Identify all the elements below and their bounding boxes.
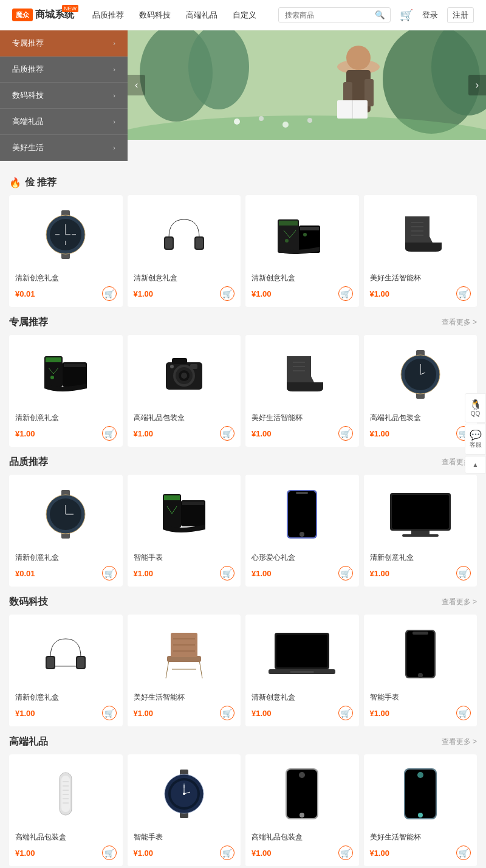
logo-badge: NEW <box>62 5 78 12</box>
svg-point-9 <box>307 118 312 123</box>
product-price: ¥1.00 <box>134 709 154 718</box>
watch2-svg <box>393 347 448 402</box>
product-name: 高端礼品包装盒 <box>134 413 235 423</box>
arrow-icon: › <box>113 40 115 47</box>
svg-rect-76 <box>296 492 308 494</box>
svg-rect-52 <box>190 364 197 369</box>
product-price: ¥1.00 <box>134 289 154 298</box>
product-card[interactable]: 美好生活智能杯 ¥1.00 🛒 <box>364 195 477 307</box>
service-icon: 💬 <box>469 429 482 441</box>
add-to-cart-button[interactable]: 🛒 <box>338 286 353 301</box>
cart-icon[interactable]: 🛒 <box>400 9 413 22</box>
product-image <box>15 341 117 408</box>
back-to-top-button[interactable]: ▲ <box>465 456 486 474</box>
product-card[interactable]: 清新创意礼盒 ¥1.00 🛒 <box>245 195 359 307</box>
product-image <box>134 621 235 687</box>
add-to-cart-button[interactable]: 🛒 <box>102 566 117 580</box>
add-to-cart-button[interactable]: 🛒 <box>220 286 234 301</box>
product-card[interactable]: 智能手表 ¥1.00 🛒 <box>364 615 477 726</box>
product-card[interactable]: 美好生活智能杯 ¥1.00 🛒 <box>364 754 477 866</box>
svg-rect-72 <box>164 495 180 500</box>
service-button[interactable]: 💬 客服 <box>465 424 486 455</box>
product-name: 美好生活智能杯 <box>370 832 471 842</box>
product-card[interactable]: 高端礼品包装盒 ¥1.00 🛒 <box>128 335 241 447</box>
product-card[interactable]: 清新创意礼盒 ¥0.01 🛒 <box>9 195 123 307</box>
sidebar-item-quality[interactable]: 品质推荐 › <box>0 57 128 83</box>
digital-more[interactable]: 查看更多 > <box>442 597 477 607</box>
sidebar-item-exclusive[interactable]: 专属推荐 › <box>0 30 128 57</box>
add-to-cart-button[interactable]: 🛒 <box>102 286 117 301</box>
watch4-svg <box>157 766 211 821</box>
product-name: 智能手表 <box>134 553 235 563</box>
luxury-grid: 高端礼品包装盒 ¥1.00 🛒 智能手表 <box>9 754 477 866</box>
add-to-cart-button[interactable]: 🛒 <box>220 706 234 720</box>
sidebar-item-luxury[interactable]: 高端礼品 › <box>0 109 128 135</box>
banner-next-button[interactable]: › <box>468 75 486 95</box>
product-card[interactable]: 清新创意礼盒 ¥1.00 🛒 <box>245 615 359 726</box>
svg-point-102 <box>418 673 423 678</box>
add-to-cart-button[interactable]: 🛒 <box>102 706 117 720</box>
nav-custom[interactable]: 自定义 <box>233 10 256 21</box>
svg-point-8 <box>282 122 289 128</box>
nav-quality[interactable]: 品质推荐 <box>92 10 124 21</box>
add-to-cart-button[interactable]: 🛒 <box>456 846 471 860</box>
add-to-cart-button[interactable]: 🛒 <box>338 426 353 441</box>
banner-prev-button[interactable]: ‹ <box>128 75 145 95</box>
register-button[interactable]: 注册 <box>447 7 474 23</box>
product-card[interactable]: 清新创意礼盒 ¥1.00 🛒 <box>9 335 123 447</box>
add-to-cart-button[interactable]: 🛒 <box>338 706 353 720</box>
sidebar-item-life[interactable]: 美好生活 › <box>0 135 128 161</box>
add-to-cart-button[interactable]: 🛒 <box>220 846 234 860</box>
product-footer: ¥1.00 🛒 <box>134 846 235 860</box>
product-image <box>252 481 353 548</box>
product-price: ¥1.00 <box>252 709 272 718</box>
add-to-cart-button[interactable]: 🛒 <box>102 426 117 441</box>
product-image <box>134 760 235 827</box>
product-price: ¥0.01 <box>15 569 35 578</box>
recommended-grid: 清新创意礼盒 ¥0.01 🛒 清新创意礼盒 ¥1.00 🛒 <box>9 195 477 307</box>
exclusive-more[interactable]: 查看更多 > <box>442 317 477 328</box>
product-card[interactable]: 高端礼品包装盒 ¥1.00 🛒 <box>364 335 477 447</box>
qq-button[interactable]: 🐧 QQ <box>465 393 486 422</box>
search-input[interactable] <box>279 9 370 22</box>
product-footer: ¥1.00 🛒 <box>370 286 471 301</box>
product-price: ¥1.00 <box>252 429 272 438</box>
top-icon: ▲ <box>473 461 479 468</box>
product-name: 清新创意礼盒 <box>15 553 117 563</box>
product-price: ¥1.00 <box>252 849 272 858</box>
product-card[interactable]: 高端礼品包装盒 ¥1.00 🛒 <box>245 754 359 866</box>
svg-point-122 <box>299 772 305 778</box>
product-footer: ¥1.00 🛒 <box>370 706 471 720</box>
product-card[interactable]: 高端礼品包装盒 ¥1.00 🛒 <box>9 754 123 866</box>
product-card[interactable]: 心形爱心礼盒 ¥1.00 🛒 <box>245 475 359 587</box>
product-card[interactable]: 清新创意礼盒 ¥0.01 🛒 <box>9 475 123 587</box>
product-card[interactable]: 清新创意礼盒 ¥1.00 🛒 <box>9 615 123 726</box>
chair-svg <box>160 627 208 681</box>
add-to-cart-button[interactable]: 🛒 <box>220 426 234 441</box>
product-footer: ¥1.00 🛒 <box>252 566 353 580</box>
search-button[interactable]: 🔍 <box>370 8 390 22</box>
add-to-cart-button[interactable]: 🛒 <box>102 846 117 860</box>
login-button[interactable]: 登录 <box>422 10 438 21</box>
luxury-more[interactable]: 查看更多 > <box>442 737 477 747</box>
add-to-cart-button[interactable]: 🛒 <box>338 566 353 580</box>
bracelet-svg <box>44 766 87 821</box>
add-to-cart-button[interactable]: 🛒 <box>220 566 234 580</box>
product-price: ¥1.00 <box>134 849 154 858</box>
product-card[interactable]: 清新创意礼盒 ¥1.00 🛒 <box>364 475 477 587</box>
product-card[interactable]: 美好生活智能杯 ¥1.00 🛒 <box>128 615 241 726</box>
product-card[interactable]: 美好生活智能杯 ¥1.00 🛒 <box>245 335 359 447</box>
sidebar-item-digital[interactable]: 数码科技 › <box>0 83 128 109</box>
add-to-cart-button[interactable]: 🛒 <box>456 566 471 580</box>
product-card[interactable]: 智能手表 ¥1.00 🛒 <box>128 754 241 866</box>
product-card[interactable]: 清新创意礼盒 ¥1.00 🛒 <box>128 195 241 307</box>
product-card[interactable]: 智能手表 ¥1.00 🛒 <box>128 475 241 587</box>
add-to-cart-button[interactable]: 🛒 <box>338 846 353 860</box>
add-to-cart-button[interactable]: 🛒 <box>456 286 471 301</box>
add-to-cart-button[interactable]: 🛒 <box>456 706 471 720</box>
nav-gift[interactable]: 高端礼品 <box>186 10 217 21</box>
qq-label: QQ <box>471 410 481 417</box>
product-image <box>370 201 471 268</box>
nav-digital[interactable]: 数码科技 <box>139 10 171 21</box>
product-footer: ¥1.00 🛒 <box>15 706 117 720</box>
